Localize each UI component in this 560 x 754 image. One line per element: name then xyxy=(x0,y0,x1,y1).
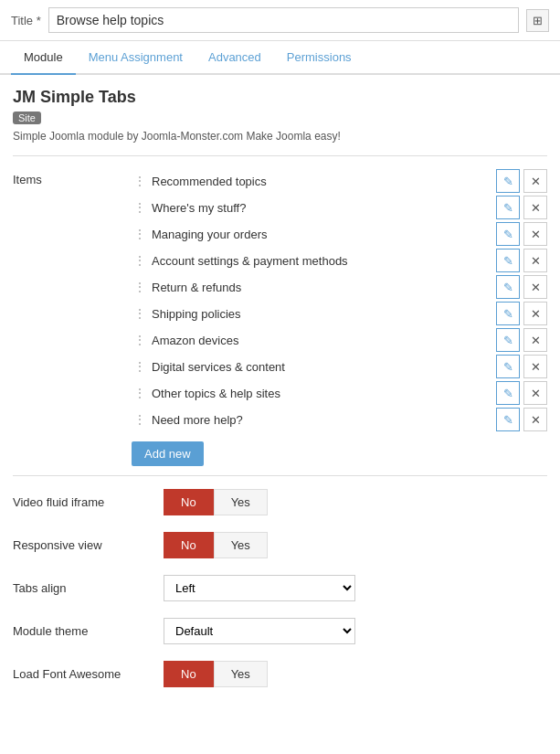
tab-permissions[interactable]: Permissions xyxy=(274,41,365,75)
module-title: JM Simple Tabs xyxy=(13,88,547,107)
table-row: ⋮Shipping policies✎✕ xyxy=(132,302,547,325)
module-theme-select[interactable]: Default Dark Light xyxy=(164,618,355,644)
tabs-align-label: Tabs align xyxy=(13,581,154,595)
edit-item-button[interactable]: ✎ xyxy=(496,302,520,325)
video-fluid-no-button[interactable]: No xyxy=(164,489,214,515)
responsive-view-no-button[interactable]: No xyxy=(164,532,214,558)
video-fluid-label: Video fluid iframe xyxy=(13,495,154,509)
title-expand-button[interactable]: ⊞ xyxy=(526,9,549,32)
list-item: Return & refunds xyxy=(152,278,492,297)
delete-item-button[interactable]: ✕ xyxy=(523,222,547,246)
delete-item-button[interactable]: ✕ xyxy=(523,328,547,352)
title-label: Title * xyxy=(11,14,41,27)
table-row: ⋮Account settings & payment methods✎✕ xyxy=(132,249,547,272)
tab-advanced[interactable]: Advanced xyxy=(195,41,274,75)
table-row: ⋮Where's my stuff?✎✕ xyxy=(132,196,547,219)
drag-handle-icon[interactable]: ⋮ xyxy=(132,304,148,323)
responsive-view-toggle: No Yes xyxy=(164,532,268,558)
drag-handle-icon[interactable]: ⋮ xyxy=(132,331,148,349)
list-item: Shipping policies xyxy=(152,304,492,324)
add-new-button[interactable]: Add new xyxy=(132,441,204,466)
drag-handle-icon[interactable]: ⋮ xyxy=(132,410,148,429)
load-font-awesome-no-button[interactable]: No xyxy=(164,661,214,687)
edit-item-button[interactable]: ✎ xyxy=(496,196,520,219)
delete-item-button[interactable]: ✕ xyxy=(523,249,547,272)
module-description: Simple Joomla module by Joomla-Monster.c… xyxy=(13,130,547,143)
module-theme-field: Module theme Default Dark Light xyxy=(13,618,547,644)
responsive-view-yes-button[interactable]: Yes xyxy=(214,532,268,558)
delete-item-button[interactable]: ✕ xyxy=(523,169,547,193)
tab-module[interactable]: Module xyxy=(11,41,76,75)
title-input[interactable] xyxy=(48,7,519,33)
divider2 xyxy=(13,475,547,476)
delete-item-button[interactable]: ✕ xyxy=(523,302,547,325)
drag-handle-icon[interactable]: ⋮ xyxy=(132,278,148,296)
items-label: Items xyxy=(13,169,122,186)
responsive-view-label: Responsive view xyxy=(13,538,154,552)
load-font-awesome-label: Load Font Awesome xyxy=(13,667,154,681)
edit-item-button[interactable]: ✎ xyxy=(496,169,520,193)
table-row: ⋮Other topics & help sites✎✕ xyxy=(132,381,547,405)
responsive-view-field: Responsive view No Yes xyxy=(13,532,547,558)
delete-item-button[interactable]: ✕ xyxy=(523,355,547,378)
module-content: JM Simple Tabs Site Simple Joomla module… xyxy=(0,75,560,717)
load-font-awesome-toggle: No Yes xyxy=(164,661,268,687)
edit-item-button[interactable]: ✎ xyxy=(496,328,520,352)
list-item: Recommended topics xyxy=(152,172,492,191)
load-font-awesome-yes-button[interactable]: Yes xyxy=(214,661,268,687)
video-fluid-field: Video fluid iframe No Yes xyxy=(13,489,547,515)
tabs-align-select[interactable]: Left Center Right xyxy=(164,575,355,601)
edit-item-button[interactable]: ✎ xyxy=(496,275,520,299)
list-item: Managing your orders xyxy=(152,225,492,244)
items-list: ⋮Recommended topics✎✕⋮Where's my stuff?✎… xyxy=(132,169,547,466)
load-font-awesome-field: Load Font Awesome No Yes xyxy=(13,661,547,687)
tabs-align-field: Tabs align Left Center Right xyxy=(13,575,547,601)
drag-handle-icon[interactable]: ⋮ xyxy=(132,251,148,270)
table-row: ⋮Need more help?✎✕ xyxy=(132,408,547,431)
drag-handle-icon[interactable]: ⋮ xyxy=(132,384,148,402)
drag-handle-icon[interactable]: ⋮ xyxy=(132,357,148,376)
table-row: ⋮Recommended topics✎✕ xyxy=(132,169,547,193)
divider xyxy=(13,155,547,156)
edit-item-button[interactable]: ✎ xyxy=(496,355,520,378)
title-row: Title * ⊞ xyxy=(0,0,560,41)
delete-item-button[interactable]: ✕ xyxy=(523,381,547,405)
video-fluid-yes-button[interactable]: Yes xyxy=(214,489,268,515)
list-item: Amazon devices xyxy=(152,331,492,350)
list-item: Digital services & content xyxy=(152,357,492,377)
edit-item-button[interactable]: ✎ xyxy=(496,381,520,405)
drag-handle-icon[interactable]: ⋮ xyxy=(132,198,148,217)
delete-item-button[interactable]: ✕ xyxy=(523,275,547,299)
edit-item-button[interactable]: ✎ xyxy=(496,249,520,272)
drag-handle-icon[interactable]: ⋮ xyxy=(132,225,148,243)
drag-handle-icon[interactable]: ⋮ xyxy=(132,172,148,190)
module-theme-label: Module theme xyxy=(13,624,154,638)
table-row: ⋮Return & refunds✎✕ xyxy=(132,275,547,299)
table-row: ⋮Digital services & content✎✕ xyxy=(132,355,547,378)
tab-menu-assignment[interactable]: Menu Assignment xyxy=(76,41,195,75)
video-fluid-toggle: No Yes xyxy=(164,489,268,515)
list-item: Other topics & help sites xyxy=(152,384,492,403)
items-section: Items ⋮Recommended topics✎✕⋮Where's my s… xyxy=(13,169,547,466)
list-item: Need more help? xyxy=(152,410,492,430)
table-row: ⋮Managing your orders✎✕ xyxy=(132,222,547,246)
table-row: ⋮Amazon devices✎✕ xyxy=(132,328,547,352)
delete-item-button[interactable]: ✕ xyxy=(523,196,547,219)
tabs-bar: Module Menu Assignment Advanced Permissi… xyxy=(0,41,560,75)
edit-item-button[interactable]: ✎ xyxy=(496,408,520,431)
site-badge: Site xyxy=(13,112,41,124)
edit-item-button[interactable]: ✎ xyxy=(496,222,520,246)
list-item: Account settings & payment methods xyxy=(152,251,492,271)
delete-item-button[interactable]: ✕ xyxy=(523,408,547,431)
list-item: Where's my stuff? xyxy=(152,198,492,218)
